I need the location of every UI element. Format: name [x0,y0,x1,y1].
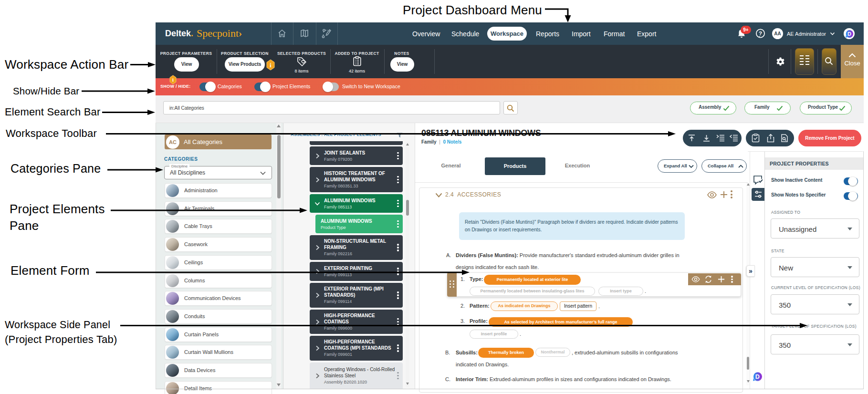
svg-text:?: ? [759,31,762,36]
svg-text:D: D [847,31,851,37]
svg-text:i: i [172,77,174,83]
svg-text:D: D [755,373,760,380]
